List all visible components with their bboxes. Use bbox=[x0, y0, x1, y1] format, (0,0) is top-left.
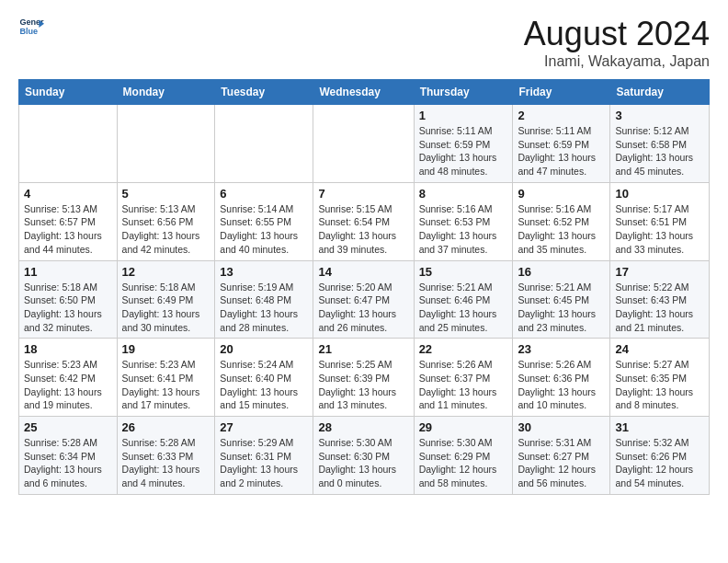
month-title: August 2024 bbox=[524, 15, 710, 53]
title-block: August 2024 Inami, Wakayama, Japan bbox=[524, 15, 710, 70]
weekday-header-wednesday: Wednesday bbox=[313, 80, 414, 105]
day-number: 21 bbox=[318, 342, 408, 356]
calendar-cell: 11Sunrise: 5:18 AMSunset: 6:50 PMDayligh… bbox=[19, 260, 118, 339]
day-info: Sunrise: 5:12 AMSunset: 6:58 PMDaylight:… bbox=[615, 124, 704, 178]
day-info: Sunrise: 5:28 AMSunset: 6:34 PMDaylight:… bbox=[24, 436, 112, 490]
day-number: 10 bbox=[615, 187, 704, 201]
calendar-week-row: 11Sunrise: 5:18 AMSunset: 6:50 PMDayligh… bbox=[19, 260, 710, 339]
logo: General Blue bbox=[18, 15, 44, 40]
day-number: 31 bbox=[615, 420, 704, 434]
day-number: 17 bbox=[615, 265, 704, 279]
day-info: Sunrise: 5:24 AMSunset: 6:40 PMDaylight:… bbox=[220, 358, 308, 412]
calendar-cell: 31Sunrise: 5:32 AMSunset: 6:26 PMDayligh… bbox=[610, 417, 710, 495]
calendar-cell: 12Sunrise: 5:18 AMSunset: 6:49 PMDayligh… bbox=[117, 260, 215, 339]
day-number: 2 bbox=[518, 109, 605, 122]
svg-text:Blue: Blue bbox=[19, 27, 38, 36]
weekday-header-friday: Friday bbox=[513, 80, 610, 105]
calendar-cell: 21Sunrise: 5:25 AMSunset: 6:39 PMDayligh… bbox=[313, 339, 414, 417]
calendar-cell: 6Sunrise: 5:14 AMSunset: 6:55 PMDaylight… bbox=[215, 182, 313, 260]
day-number: 26 bbox=[122, 420, 210, 434]
calendar-cell: 10Sunrise: 5:17 AMSunset: 6:51 PMDayligh… bbox=[610, 182, 710, 260]
day-info: Sunrise: 5:18 AMSunset: 6:50 PMDaylight:… bbox=[24, 281, 112, 335]
calendar-cell: 13Sunrise: 5:19 AMSunset: 6:48 PMDayligh… bbox=[215, 260, 313, 339]
day-number: 19 bbox=[122, 342, 210, 356]
calendar-cell: 24Sunrise: 5:27 AMSunset: 6:35 PMDayligh… bbox=[610, 339, 710, 417]
day-info: Sunrise: 5:13 AMSunset: 6:56 PMDaylight:… bbox=[122, 202, 210, 257]
calendar-cell: 28Sunrise: 5:30 AMSunset: 6:30 PMDayligh… bbox=[313, 417, 414, 495]
day-number: 30 bbox=[518, 420, 605, 434]
day-info: Sunrise: 5:27 AMSunset: 6:35 PMDaylight:… bbox=[615, 358, 704, 412]
calendar-cell: 25Sunrise: 5:28 AMSunset: 6:34 PMDayligh… bbox=[19, 417, 118, 495]
day-info: Sunrise: 5:21 AMSunset: 6:46 PMDaylight:… bbox=[419, 281, 508, 335]
calendar-week-row: 25Sunrise: 5:28 AMSunset: 6:34 PMDayligh… bbox=[19, 417, 710, 495]
day-info: Sunrise: 5:26 AMSunset: 6:36 PMDaylight:… bbox=[518, 358, 605, 412]
day-info: Sunrise: 5:17 AMSunset: 6:51 PMDaylight:… bbox=[615, 202, 704, 257]
calendar-week-row: 18Sunrise: 5:23 AMSunset: 6:42 PMDayligh… bbox=[19, 339, 710, 417]
day-info: Sunrise: 5:26 AMSunset: 6:37 PMDaylight:… bbox=[419, 358, 508, 412]
day-number: 20 bbox=[220, 342, 308, 356]
weekday-header-thursday: Thursday bbox=[414, 80, 513, 105]
day-number: 28 bbox=[318, 420, 408, 434]
logo-icon: General Blue bbox=[18, 15, 44, 40]
location-title: Inami, Wakayama, Japan bbox=[524, 53, 710, 70]
calendar-cell: 18Sunrise: 5:23 AMSunset: 6:42 PMDayligh… bbox=[19, 339, 118, 417]
day-info: Sunrise: 5:23 AMSunset: 6:42 PMDaylight:… bbox=[24, 358, 112, 412]
day-number: 8 bbox=[419, 187, 508, 201]
day-number: 9 bbox=[518, 187, 605, 201]
calendar-week-row: 1Sunrise: 5:11 AMSunset: 6:59 PMDaylight… bbox=[19, 105, 710, 183]
day-number: 13 bbox=[220, 265, 308, 279]
calendar-cell: 29Sunrise: 5:30 AMSunset: 6:29 PMDayligh… bbox=[414, 417, 513, 495]
day-number: 22 bbox=[419, 342, 508, 356]
day-number: 15 bbox=[419, 265, 508, 279]
calendar-cell: 20Sunrise: 5:24 AMSunset: 6:40 PMDayligh… bbox=[215, 339, 313, 417]
weekday-header-row: SundayMondayTuesdayWednesdayThursdayFrid… bbox=[19, 80, 710, 105]
day-number: 24 bbox=[615, 342, 704, 356]
day-number: 6 bbox=[220, 187, 308, 201]
day-info: Sunrise: 5:15 AMSunset: 6:54 PMDaylight:… bbox=[318, 202, 408, 257]
day-info: Sunrise: 5:22 AMSunset: 6:43 PMDaylight:… bbox=[615, 281, 704, 335]
calendar-cell: 23Sunrise: 5:26 AMSunset: 6:36 PMDayligh… bbox=[513, 339, 610, 417]
calendar-cell: 15Sunrise: 5:21 AMSunset: 6:46 PMDayligh… bbox=[414, 260, 513, 339]
weekday-header-tuesday: Tuesday bbox=[215, 80, 313, 105]
calendar-cell: 30Sunrise: 5:31 AMSunset: 6:27 PMDayligh… bbox=[513, 417, 610, 495]
day-info: Sunrise: 5:32 AMSunset: 6:26 PMDaylight:… bbox=[615, 436, 704, 490]
weekday-header-monday: Monday bbox=[117, 80, 215, 105]
day-number: 3 bbox=[615, 109, 704, 122]
day-number: 25 bbox=[24, 420, 112, 434]
day-info: Sunrise: 5:13 AMSunset: 6:57 PMDaylight:… bbox=[24, 202, 112, 257]
calendar-cell: 22Sunrise: 5:26 AMSunset: 6:37 PMDayligh… bbox=[414, 339, 513, 417]
day-number: 12 bbox=[122, 265, 210, 279]
day-number: 16 bbox=[518, 265, 605, 279]
calendar-cell: 1Sunrise: 5:11 AMSunset: 6:59 PMDaylight… bbox=[414, 105, 513, 183]
day-number: 27 bbox=[220, 420, 308, 434]
calendar-cell: 3Sunrise: 5:12 AMSunset: 6:58 PMDaylight… bbox=[610, 105, 710, 183]
calendar-week-row: 4Sunrise: 5:13 AMSunset: 6:57 PMDaylight… bbox=[19, 182, 710, 260]
calendar-cell: 16Sunrise: 5:21 AMSunset: 6:45 PMDayligh… bbox=[513, 260, 610, 339]
day-number: 11 bbox=[24, 265, 112, 279]
day-info: Sunrise: 5:30 AMSunset: 6:30 PMDaylight:… bbox=[318, 436, 408, 490]
calendar-table: SundayMondayTuesdayWednesdayThursdayFrid… bbox=[18, 79, 710, 495]
day-info: Sunrise: 5:16 AMSunset: 6:53 PMDaylight:… bbox=[419, 202, 508, 257]
day-info: Sunrise: 5:16 AMSunset: 6:52 PMDaylight:… bbox=[518, 202, 605, 257]
day-number: 5 bbox=[122, 187, 210, 201]
day-number: 14 bbox=[318, 265, 408, 279]
calendar-cell: 27Sunrise: 5:29 AMSunset: 6:31 PMDayligh… bbox=[215, 417, 313, 495]
weekday-header-saturday: Saturday bbox=[610, 80, 710, 105]
day-info: Sunrise: 5:19 AMSunset: 6:48 PMDaylight:… bbox=[220, 281, 308, 335]
calendar-cell: 5Sunrise: 5:13 AMSunset: 6:56 PMDaylight… bbox=[117, 182, 215, 260]
day-info: Sunrise: 5:14 AMSunset: 6:55 PMDaylight:… bbox=[220, 202, 308, 257]
day-info: Sunrise: 5:11 AMSunset: 6:59 PMDaylight:… bbox=[419, 124, 508, 178]
calendar-cell bbox=[19, 105, 118, 183]
calendar-cell: 8Sunrise: 5:16 AMSunset: 6:53 PMDaylight… bbox=[414, 182, 513, 260]
calendar-cell: 14Sunrise: 5:20 AMSunset: 6:47 PMDayligh… bbox=[313, 260, 414, 339]
day-number: 1 bbox=[419, 109, 508, 122]
day-info: Sunrise: 5:20 AMSunset: 6:47 PMDaylight:… bbox=[318, 281, 408, 335]
weekday-header-sunday: Sunday bbox=[19, 80, 118, 105]
day-number: 23 bbox=[518, 342, 605, 356]
day-info: Sunrise: 5:11 AMSunset: 6:59 PMDaylight:… bbox=[518, 124, 605, 178]
day-number: 18 bbox=[24, 342, 112, 356]
day-info: Sunrise: 5:31 AMSunset: 6:27 PMDaylight:… bbox=[518, 436, 605, 490]
day-info: Sunrise: 5:28 AMSunset: 6:33 PMDaylight:… bbox=[122, 436, 210, 490]
calendar-cell bbox=[313, 105, 414, 183]
day-info: Sunrise: 5:21 AMSunset: 6:45 PMDaylight:… bbox=[518, 281, 605, 335]
